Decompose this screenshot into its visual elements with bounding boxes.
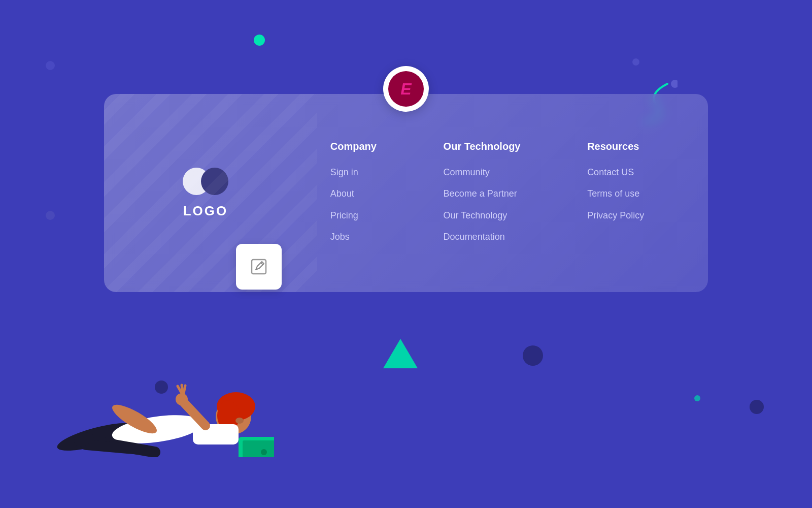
nav-link-pricing[interactable]: Pricing bbox=[330, 207, 377, 224]
logo-section: LOGO bbox=[134, 168, 277, 219]
bg-dot-dark-far-right bbox=[750, 400, 764, 414]
company-column-title: Company bbox=[330, 141, 377, 152]
bg-dot-teal-top bbox=[254, 35, 265, 46]
svg-point-17 bbox=[261, 449, 267, 455]
edit-icon bbox=[249, 257, 269, 277]
bg-dot-dark-topright bbox=[632, 58, 639, 66]
nav-link-community[interactable]: Community bbox=[444, 164, 521, 181]
teal-triangle bbox=[383, 339, 418, 368]
svg-rect-16 bbox=[243, 440, 274, 457]
nav-link-our-technology[interactable]: Our Technology bbox=[444, 207, 521, 224]
nav-link-privacy-policy[interactable]: Privacy Policy bbox=[587, 207, 644, 224]
logo-circle-dark bbox=[201, 168, 228, 195]
svg-rect-9 bbox=[193, 424, 239, 444]
bg-dot-blue-midleft bbox=[46, 211, 55, 220]
svg-line-13 bbox=[182, 385, 183, 393]
nav-link-contact-us[interactable]: Contact US bbox=[587, 164, 644, 181]
logo-toggle-circles bbox=[183, 168, 228, 195]
nav-link-about[interactable]: About bbox=[330, 185, 377, 202]
nav-link-documentation[interactable]: Documentation bbox=[444, 228, 521, 245]
svg-line-14 bbox=[184, 386, 185, 393]
company-column: Company Sign in About Pricing Jobs bbox=[330, 141, 377, 245]
elementor-badge: E bbox=[383, 66, 429, 112]
elementor-letter: E bbox=[400, 80, 411, 99]
nav-columns: Company Sign in About Pricing Jobs Our T… bbox=[277, 141, 678, 245]
nav-link-signin[interactable]: Sign in bbox=[330, 164, 377, 181]
svg-point-11 bbox=[176, 393, 188, 405]
nav-link-terms-of-use[interactable]: Terms of use bbox=[587, 185, 644, 202]
edit-widget-button[interactable] bbox=[236, 244, 282, 290]
woman-illustration bbox=[56, 340, 274, 457]
technology-column-title: Our Technology bbox=[444, 141, 521, 152]
bg-dot-dark-bottomright-large bbox=[523, 345, 543, 366]
svg-rect-1 bbox=[252, 260, 266, 274]
resources-column-title: Resources bbox=[587, 141, 644, 152]
footer-card: LOGO Company Sign in About Pricing Jobs … bbox=[104, 94, 708, 292]
resources-column: Resources Contact US Terms of use Privac… bbox=[587, 141, 644, 245]
bg-dot-small-right bbox=[694, 395, 700, 401]
bg-dot-blue-topleft bbox=[46, 61, 55, 70]
nav-link-jobs[interactable]: Jobs bbox=[330, 228, 377, 245]
logo-text: LOGO bbox=[183, 203, 228, 219]
technology-column: Our Technology Community Become a Partne… bbox=[444, 141, 521, 245]
svg-point-0 bbox=[671, 80, 678, 88]
svg-point-8 bbox=[235, 418, 244, 424]
nav-link-become-partner[interactable]: Become a Partner bbox=[444, 185, 521, 202]
